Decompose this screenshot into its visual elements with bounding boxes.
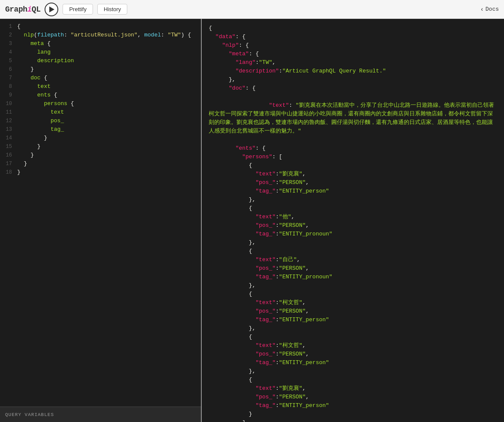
history-button[interactable]: History <box>97 4 127 15</box>
code-line-4: 4 lang <box>0 48 201 57</box>
r-person-2-tag: "tag_": "ENTITY_pronoun" <box>202 230 504 238</box>
code-line-11: 11 text <box>0 108 201 117</box>
logo-ql-text: QL <box>32 5 41 14</box>
r-person-2-brace-open: { <box>202 204 504 213</box>
code-line-12: 12 pos_ <box>0 117 201 125</box>
code-line-15: 15 } <box>0 142 201 151</box>
response-content: { "data": { "nlp": { "meta": { <box>202 22 504 422</box>
code-line-3: 3 meta { <box>0 39 201 48</box>
response-panel[interactable]: { "data": { "nlp": { "meta": { <box>202 19 504 422</box>
r-person-1-pos: "pos_": "PERSON", <box>202 178 504 187</box>
r-person-3-pos: "pos_": "PERSON", <box>202 264 504 273</box>
code-line-6: 6 } <box>0 65 201 74</box>
r-line-data: "data": { <box>202 33 504 41</box>
r-person-1-close: }, <box>202 196 504 204</box>
r-person-2-pos: "pos_": "PERSON", <box>202 221 504 230</box>
r-person-6-close: } <box>202 410 504 419</box>
r-person-5-tag: "tag_": "ENTITY_person" <box>202 359 504 367</box>
r-person-1-tag: "tag_": "ENTITY_person" <box>202 187 504 196</box>
r-person-4-text: "text": "柯文哲", <box>202 298 504 307</box>
code-line-16: 16 } <box>0 151 201 160</box>
code-area: 1 { 2 nlp(filepath: "articutResult.json"… <box>0 22 201 177</box>
code-line-2: 2 nlp(filepath: "articutResult.json", mo… <box>0 31 201 39</box>
code-line-14: 14 } <box>0 134 201 142</box>
query-variables-bar[interactable]: Query Variables <box>0 407 201 422</box>
r-person-2-close: }, <box>202 238 504 247</box>
run-icon <box>49 6 54 12</box>
r-person-6-brace-open: { <box>202 376 504 384</box>
r-person-4-close: }, <box>202 324 504 333</box>
r-line-doc: "doc": { <box>202 84 504 93</box>
r-person-6-tag: "tag_": "ENTITY_person" <box>202 401 504 410</box>
r-person-5-text: "text": "柯文哲", <box>202 341 504 350</box>
r-person-1-text: "text": "劉克襄", <box>202 170 504 178</box>
docs-link[interactable]: ‹ Docs <box>480 6 499 13</box>
query-editor[interactable]: 1 { 2 nlp(filepath: "articutResult.json"… <box>0 19 201 407</box>
code-line-5: 5 description <box>0 57 201 65</box>
r-person-3-tag: "tag_": "ENTITY_pronoun" <box>202 273 504 281</box>
code-line-17: 17 } <box>0 160 201 168</box>
chevron-left-icon: ‹ <box>480 6 483 13</box>
r-line-meta: "meta": { <box>202 50 504 58</box>
r-line-ents: "ents": { <box>202 144 504 153</box>
docs-label: Docs <box>486 6 499 12</box>
r-person-4-brace-open: { <box>202 290 504 298</box>
r-person-4-tag: "tag_": "ENTITY_person" <box>202 316 504 324</box>
r-person-4-pos: "pos_": "PERSON", <box>202 307 504 316</box>
r-line-description: "description": "Articut GraphQL Query Re… <box>202 67 504 75</box>
r-person-6-text: "text": "劉克襄", <box>202 384 504 393</box>
query-variables-label: Query Variables <box>5 412 54 417</box>
code-line-10: 10 persons { <box>0 99 201 108</box>
r-person-5-close: }, <box>202 367 504 376</box>
r-person-3-text: "text": "自己", <box>202 256 504 264</box>
r-person-2-text: "text": "他", <box>202 213 504 221</box>
r-person-5-pos: "pos_": "PERSON", <box>202 350 504 359</box>
code-line-18: 18 } <box>0 168 201 177</box>
r-line-lang: "lang": "TW", <box>202 58 504 67</box>
r-person-3-brace-open: { <box>202 247 504 256</box>
main-area: 1 { 2 nlp(filepath: "articutResult.json"… <box>0 19 504 422</box>
app-logo: GraphiQL <box>5 5 40 14</box>
r-line-persons-open: "persons": [ <box>202 153 504 161</box>
run-button[interactable] <box>45 3 58 16</box>
r-person-5-brace-open: { <box>202 333 504 341</box>
prettify-button[interactable]: Prettify <box>63 4 93 15</box>
r-line-brace-open: { <box>202 24 504 33</box>
r-line-text-wrap: "text": "劉克襄在本次活動當中，分享了台北中山北路一日遊路線。他表示當初… <box>202 93 504 144</box>
logo-i-text: i <box>27 5 32 14</box>
header: GraphiQL Prettify History ‹ Docs <box>0 0 504 19</box>
code-line-9: 9 ents { <box>0 91 201 99</box>
code-line-1: 1 { <box>0 22 201 31</box>
query-editor-panel: 1 { 2 nlp(filepath: "articutResult.json"… <box>0 19 201 422</box>
r-person-6-pos: "pos_": "PERSON", <box>202 393 504 401</box>
r-line-nlp: "nlp": { <box>202 41 504 50</box>
r-persons-array-close: ] <box>202 419 504 422</box>
code-line-8: 8 text <box>0 82 201 91</box>
code-line-13: 13 tag_ <box>0 125 201 134</box>
r-person-3-close: }, <box>202 281 504 290</box>
r-line-meta-close: }, <box>202 75 504 84</box>
code-line-7: 7 doc { <box>0 74 201 82</box>
r-person-1-brace-open: { <box>202 161 504 170</box>
logo-graph-text: Graph <box>5 5 27 14</box>
